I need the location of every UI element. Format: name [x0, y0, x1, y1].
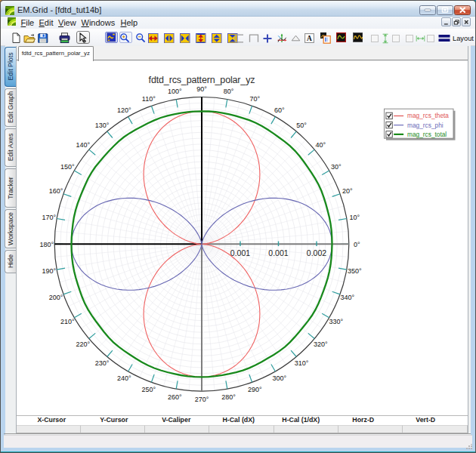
svg-text:fdtd_rcs_pattern_polar_yz: fdtd_rcs_pattern_polar_yz: [148, 74, 255, 85]
svg-text:280°: 280°: [221, 393, 236, 400]
svg-text:40°: 40°: [315, 140, 326, 148]
svg-text:20°: 20°: [342, 187, 353, 195]
svg-text:mag_rcs_phi: mag_rcs_phi: [407, 121, 444, 128]
svg-text:260°: 260°: [168, 393, 182, 400]
svg-text:160°: 160°: [48, 187, 63, 195]
svg-text:240°: 240°: [116, 374, 131, 382]
svg-text:300°: 300°: [272, 374, 286, 382]
svg-text:100°: 100°: [168, 88, 182, 95]
svg-text:120°: 120°: [117, 106, 131, 113]
svg-text:200°: 200°: [48, 293, 63, 300]
svg-text:0.001: 0.001: [230, 248, 249, 257]
svg-text:10°: 10°: [349, 213, 360, 220]
svg-text:310°: 310°: [294, 359, 308, 366]
svg-text:A: A: [307, 34, 312, 42]
svg-text:0.002: 0.002: [306, 248, 326, 257]
svg-text:270°: 270°: [194, 395, 209, 402]
svg-text:130°: 130°: [94, 122, 109, 129]
svg-text:0.001: 0.001: [268, 248, 288, 257]
svg-text:0°: 0°: [353, 240, 360, 248]
svg-text:mag_rcs_theta: mag_rcs_theta: [407, 112, 449, 119]
svg-text:150°: 150°: [60, 162, 74, 170]
svg-text:190°: 190°: [42, 267, 56, 275]
svg-text:90°: 90°: [196, 85, 207, 93]
svg-text:330°: 330°: [329, 318, 343, 325]
svg-text:80°: 80°: [223, 88, 233, 95]
svg-text:110°: 110°: [141, 94, 155, 102]
svg-text:mag_rcs_total: mag_rcs_total: [407, 130, 447, 137]
svg-text:60°: 60°: [274, 106, 284, 113]
svg-text:50°: 50°: [296, 122, 307, 129]
svg-text:180°: 180°: [39, 240, 54, 248]
svg-text:290°: 290°: [247, 386, 261, 393]
svg-text:320°: 320°: [313, 340, 327, 347]
svg-text:340°: 340°: [340, 293, 354, 300]
svg-text:230°: 230°: [94, 359, 109, 366]
svg-text:170°: 170°: [42, 213, 56, 220]
svg-text:30°: 30°: [330, 162, 341, 170]
svg-text:250°: 250°: [141, 386, 156, 393]
svg-text:70°: 70°: [249, 94, 260, 102]
svg-text:220°: 220°: [76, 340, 90, 347]
svg-text:140°: 140°: [76, 140, 90, 148]
svg-text:350°: 350°: [347, 267, 361, 275]
svg-text:210°: 210°: [60, 318, 74, 325]
